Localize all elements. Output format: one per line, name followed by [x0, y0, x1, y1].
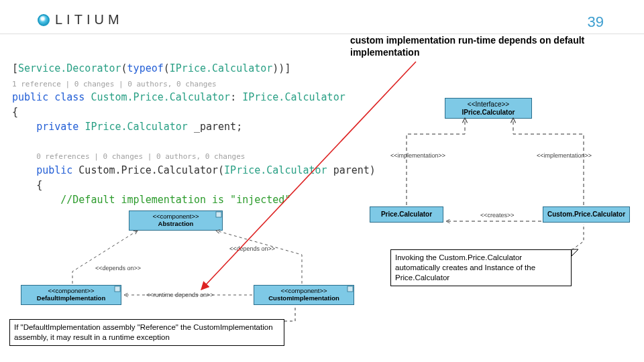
caption: custom implementation run-time depends o…	[350, 35, 598, 58]
box-title: Abstraction	[132, 221, 219, 228]
codelens: 1 reference | 0 changes | 0 authors, 0 c…	[12, 80, 217, 88]
codelens: 0 references | 0 changes | 0 authors, 0 …	[36, 152, 245, 161]
label-implementation-left: <<implementation>>	[390, 152, 445, 159]
code-t: typeof	[127, 62, 164, 74]
code-t: parent	[333, 164, 370, 176]
note-right: Invoking the Custom.Price.Calculator aut…	[390, 249, 572, 286]
box-title: IPrice.Calculator	[448, 109, 529, 117]
code-t: )	[370, 164, 376, 176]
box-abstraction: <<component>> Abstraction	[129, 210, 223, 231]
page-number: 39	[588, 13, 604, 31]
logo-icon	[38, 14, 50, 26]
code-t: {	[36, 179, 42, 191]
code-t: IPrice.Calculator	[224, 164, 327, 176]
code-t: (	[164, 62, 170, 74]
code-t: {	[12, 106, 18, 118]
code-t: class	[54, 91, 85, 103]
header: LITIUM	[38, 12, 123, 27]
label-creates: <<creates>>	[480, 212, 515, 219]
stereotype: <<Interface>>	[448, 101, 529, 109]
brand-name: LITIUM	[55, 12, 123, 27]
box-title: DefaultImplementation	[24, 295, 118, 302]
box-title: Custom.Price.Calculator	[546, 210, 627, 219]
code-t: IPrice.Calculator	[170, 62, 273, 74]
code-t: Custom.Price.Calculator	[91, 91, 230, 103]
box-interface: <<Interface>> IPrice.Calculator	[445, 98, 532, 119]
code-t: Service.Decorator	[18, 62, 121, 74]
code-t: IPrice.Calculator	[85, 121, 188, 133]
code-t: Custom.Price.Calculator	[78, 164, 218, 176]
box-title: Price.Calculator	[373, 210, 440, 219]
box-custom-price-calculator: Custom.Price.Calculator	[543, 206, 630, 223]
box-default-impl: <<component>> DefaultImplementation	[21, 285, 121, 305]
box-title: CustomImplementation	[257, 295, 351, 302]
code-t: :	[230, 91, 242, 103]
box-custom-impl: <<component>> CustomImplementation	[254, 285, 354, 305]
code-block: [Service.Decorator(typeof(IPrice.Calcula…	[12, 47, 376, 207]
code-t: (	[121, 62, 127, 74]
code-t: [	[12, 62, 18, 74]
code-t: ))]	[272, 62, 290, 74]
box-price-calculator: Price.Calculator	[370, 206, 443, 223]
code-t: IPrice.Calculator	[242, 91, 345, 103]
code-t: public	[36, 164, 72, 176]
code-t: (	[218, 164, 224, 176]
label-depends-left: <<depends on>>	[95, 265, 141, 272]
code-t: private	[36, 121, 78, 133]
code-t: public	[12, 91, 48, 103]
note-bottom: If "DefaultImplementation assembly "Refe…	[9, 319, 284, 346]
code-comment: //Default implementation is "injected"	[60, 194, 290, 206]
code-t: _parent;	[194, 121, 242, 133]
label-implementation-right: <<implementation>>	[537, 152, 592, 159]
label-depends-right: <<depends on>>	[229, 245, 275, 252]
header-divider	[0, 34, 644, 34]
label-runtime-depends: <<runtime depends on>>	[146, 292, 214, 298]
